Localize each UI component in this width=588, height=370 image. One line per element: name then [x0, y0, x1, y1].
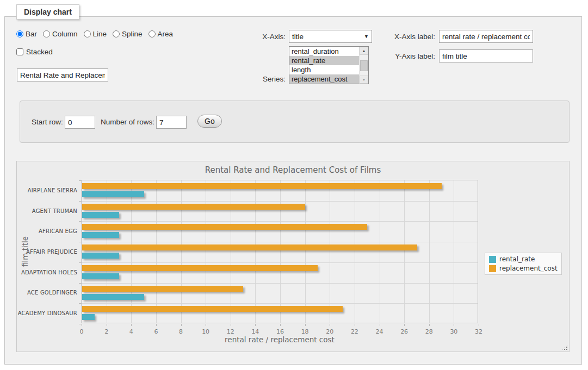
stacked-checkbox-row[interactable]: Stacked [16, 48, 53, 56]
plot-area: 02468101214161820222426283032AIRPLANE SI… [81, 180, 478, 323]
legend-item-replacement_cost: replacement_cost [489, 265, 558, 272]
chart-type-radio-label: Column [52, 30, 78, 38]
x-tick-mark [82, 324, 82, 326]
bar-rental_rate [82, 232, 119, 238]
x-axis-label-input[interactable] [439, 30, 533, 43]
scroll-up-icon[interactable]: ▲ [360, 47, 368, 55]
y-tick-mark [79, 324, 82, 324]
gridline-vertical [181, 180, 182, 323]
x-tick-label: 6 [145, 328, 167, 335]
stacked-checkbox[interactable] [16, 48, 23, 55]
x-tick-mark [206, 324, 206, 326]
bar-rental_rate [82, 191, 144, 197]
y-tick-mark [79, 180, 82, 181]
row-controls-panel: Start row: Number of rows: Go [20, 101, 570, 143]
series-scrollbar[interactable]: ▲ ▼ [359, 47, 368, 84]
bar-rental_rate [82, 314, 95, 320]
gridline-vertical [454, 180, 454, 323]
x-axis-select[interactable]: title [289, 30, 372, 43]
x-axis-select-label: X-Axis: [247, 33, 286, 41]
gridline-horizontal [82, 242, 478, 242]
scrollbar-thumb[interactable] [360, 60, 368, 71]
scroll-down-icon[interactable]: ▼ [360, 76, 368, 84]
legend-swatch-icon [489, 256, 496, 263]
category-label: ACADEMY DINOSAUR [17, 310, 77, 316]
gridline-horizontal [82, 221, 478, 222]
chart-type-radio-bar[interactable] [16, 30, 23, 37]
gridline-vertical [355, 180, 355, 323]
x-tick-mark [380, 324, 380, 326]
bar-rental_rate [82, 273, 119, 279]
series-listbox-options: rental_durationrental_ratelengthreplacem… [289, 47, 359, 84]
y-axis-label-input[interactable] [439, 49, 533, 62]
series-option-rental_duration[interactable]: rental_duration [289, 47, 359, 56]
bar-rental_rate [82, 212, 119, 218]
resize-handle-icon[interactable] [561, 344, 568, 351]
chart-x-axis-title: rental rate / replacement cost [81, 335, 478, 344]
category-label: AGENT TRUMAN [17, 208, 77, 214]
x-tick-mark [280, 324, 281, 326]
chart-type-option-line[interactable]: Line [84, 30, 107, 38]
series-option-length[interactable]: length [289, 65, 359, 74]
x-tick-mark [107, 324, 107, 326]
legend-label: replacement_cost [499, 265, 558, 272]
x-tick-mark [255, 324, 256, 326]
gridline-vertical [255, 180, 256, 323]
series-select-label: Series: [247, 75, 286, 83]
series-option-replacement_cost[interactable]: replacement_cost [289, 74, 359, 84]
x-tick-mark [429, 324, 430, 326]
chart-type-radio-column[interactable] [43, 30, 50, 37]
bar-replacement_cost [82, 306, 343, 312]
category-label: ADAPTATION HOLES [17, 269, 77, 275]
x-tick-mark [479, 324, 479, 326]
y-tick-mark [79, 283, 82, 284]
start-row-input[interactable] [65, 116, 95, 129]
gridline-horizontal [82, 201, 478, 202]
chart-title-input[interactable] [17, 68, 108, 81]
x-tick-label: 12 [220, 328, 242, 335]
category-label: ACE GOLDFINGER [17, 290, 77, 296]
bar-replacement_cost [82, 183, 442, 189]
x-axis-label-label: X-Axis label: [388, 33, 435, 41]
chart-type-radio-line[interactable] [84, 30, 91, 37]
bar-replacement_cost [82, 204, 305, 210]
chart-type-radio-label: Area [158, 30, 174, 38]
chart-type-option-spline[interactable]: Spline [113, 30, 143, 38]
x-axis-select-wrap: title ▼ [289, 30, 372, 43]
gridline-vertical [156, 180, 157, 323]
go-button[interactable]: Go [197, 115, 222, 128]
x-tick-label: 30 [443, 328, 465, 335]
chart-type-option-column[interactable]: Column [43, 30, 78, 38]
chart-type-radio-area[interactable] [148, 30, 156, 37]
start-row-label: Start row: [32, 118, 63, 126]
chart-type-option-area[interactable]: Area [148, 30, 174, 38]
gridline-vertical [404, 180, 405, 323]
chart-title: Rental Rate and Replacement Cost of Film… [17, 165, 569, 175]
chart-type-option-bar[interactable]: Bar [16, 30, 37, 38]
fieldset-legend: Display chart [16, 4, 79, 20]
chart-container: Rental Rate and Replacement Cost of Film… [16, 161, 570, 352]
gridline-horizontal [82, 262, 478, 263]
x-tick-mark [355, 324, 355, 326]
legend-swatch-icon [489, 265, 496, 272]
chart-type-radio-label: Bar [26, 30, 37, 38]
stacked-label: Stacked [26, 48, 53, 56]
x-tick-mark [131, 324, 132, 326]
series-option-rental_rate[interactable]: rental_rate [289, 56, 359, 65]
gridline-vertical [305, 180, 306, 323]
number-of-rows-input[interactable] [156, 116, 187, 129]
gridline-vertical [330, 180, 330, 323]
x-tick-label: 10 [195, 328, 216, 335]
y-axis-label-label: Y-Axis label: [388, 52, 435, 60]
chart-type-radio-spline[interactable] [113, 30, 120, 37]
x-tick-mark [231, 324, 231, 326]
chart-legend: rental_ratereplacement_cost [485, 253, 562, 275]
gridline-vertical [280, 180, 281, 323]
gridline-vertical [206, 180, 206, 323]
series-listbox[interactable]: rental_durationrental_ratelengthreplacem… [289, 46, 369, 84]
gridline-vertical [107, 180, 107, 323]
gridline-horizontal [82, 283, 478, 284]
y-tick-mark [79, 201, 82, 202]
category-label: AIRPLANE SIERRA [17, 187, 77, 193]
bar-replacement_cost [82, 244, 417, 250]
